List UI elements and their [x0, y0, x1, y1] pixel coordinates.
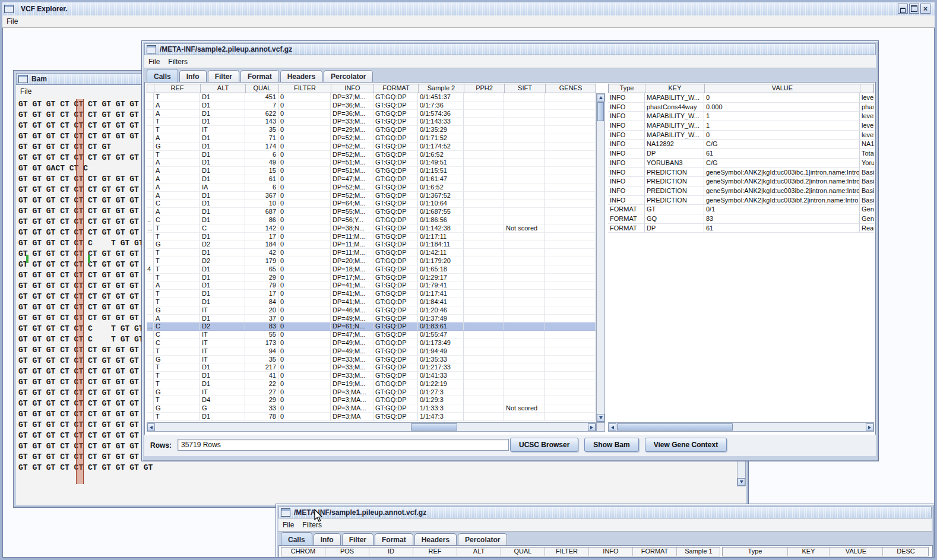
tab[interactable]: Info — [179, 70, 207, 82]
detail-row[interactable]: INFO PREDICTION geneSymbol:ANK2|kgId:uc0… — [608, 186, 874, 196]
table-row[interactable]: A D1 15 0 DP=51;M... GT:GQ:DP 0/1:15:51 — [147, 167, 596, 175]
calls-horizontal-scrollbar[interactable] — [147, 422, 596, 432]
table-row[interactable]: A D1 622 0 DP=36;M... GT:GQ:DP 0/1:574:3… — [147, 110, 596, 118]
table-row[interactable]: G IT 35 0 DP=33;M... GT:GQ:DP 0/1:35:33 — [147, 356, 596, 364]
scroll-down-button[interactable] — [737, 478, 745, 486]
detail-horizontal-scrollbar[interactable] — [608, 422, 874, 432]
table-row[interactable]: T D1 143 0 DP=33;M... GT:GQ:DP 0/1:143:3… — [147, 118, 596, 126]
table-row[interactable]: A D1 71 0 DP=52;M... GT:GQ:DP 0/1:71:52 — [147, 134, 596, 143]
table-row[interactable]: A D1 687 0 DP=55;M... GT:GQ:DP 0/1:687:5… — [147, 208, 596, 216]
action-button[interactable]: UCSC Browser — [510, 438, 578, 452]
table-row[interactable]: ... T C 142 0 DP=38;N... GT:GQ:DP 0/1:14… — [147, 224, 596, 233]
tab[interactable]: Filter — [342, 533, 373, 545]
column-header-sift[interactable]: SIFT — [505, 84, 546, 93]
column-header-desc[interactable]: DESC — [860, 84, 874, 93]
table-row[interactable]: T D1 84 0 DP=41;M... GT:GQ:DP 0/1:84:41 — [147, 298, 596, 306]
table-row[interactable]: C IT 173 0 DP=49;M... GT:GQ:DP 0/1:173:4… — [147, 339, 596, 347]
sample2-frame-titlebar[interactable]: /META-INF/sample2.pileup.annot.vcf.gz — [144, 43, 876, 55]
detail-row[interactable]: INFO YORUBAN3 C/G Yoru — [608, 159, 874, 168]
tab[interactable]: Calls — [281, 532, 312, 545]
sample1-frame-titlebar[interactable]: /META-INF/sample1.pileup.annot.vcf.gz — [278, 507, 932, 518]
column-header-type[interactable]: Type — [609, 84, 645, 93]
table-row[interactable]: T D1 17 0 DP=11;M... GT:GQ:DP 0/1:17:11 — [147, 233, 596, 241]
table-row[interactable]: T D1 29 0 DP=17;M... GT:GQ:DP 0/1:29:17 — [147, 274, 596, 282]
table-row[interactable]: T D1 42 0 DP=11;M... GT:GQ:DP 0/1:42:11 — [147, 249, 596, 257]
detail-row[interactable]: INFO DP 61 Total — [608, 149, 874, 159]
detail-row[interactable]: INFO MAPABILITY_W... 0 level — [608, 93, 874, 103]
scroll-down-button[interactable] — [597, 414, 604, 422]
detail-row[interactable]: INFO PREDICTION geneSymbol:ANK2|kgId:uc0… — [608, 168, 874, 178]
column-header[interactable]: CHROM — [281, 548, 325, 556]
column-header[interactable]: INFO — [589, 548, 633, 556]
table-row[interactable]: A IA 6 0 DP=52;M... GT:GQ:DP 0/1:6:52 — [147, 183, 596, 192]
scrollbar-thumb[interactable] — [411, 423, 457, 431]
tab[interactable]: Format — [240, 70, 279, 82]
table-row[interactable]: G D2 184 0 DP=11;M... GT:GQ:DP 0/1:184:1… — [147, 241, 596, 249]
table-row[interactable]: G G 33 0 DP=3;MA... GT:GQ:DP 1/1:33:3 No… — [147, 404, 596, 413]
scroll-left-button[interactable] — [609, 423, 616, 431]
table-row[interactable]: A D1 49 0 DP=51;M... GT:GQ:DP 0/1:49:51 — [147, 159, 596, 167]
scroll-up-button[interactable] — [597, 94, 604, 102]
table-row[interactable]: T D1 17 0 DP=41;M... GT:GQ:DP 0/1:17:41 — [147, 290, 596, 298]
column-header[interactable]: FORMAT — [633, 548, 677, 556]
detail-row[interactable]: FORMAT GQ 83 Geno — [608, 214, 874, 224]
column-header-desc[interactable]: DESC — [883, 548, 929, 556]
calls-vertical-scrollbar[interactable] — [596, 93, 605, 422]
tab[interactable]: Filter — [208, 70, 239, 82]
table-row[interactable]: G IT 27 0 DP=3;MA... GT:GQ:DP 0/1:27:3 — [147, 388, 596, 397]
table-row[interactable]: T D1 22 0 DP=19;M... GT:GQ:DP 0/1:22:19 — [147, 380, 596, 388]
menu-item[interactable]: File — [278, 520, 298, 530]
table-row[interactable]: A D1 37 0 DP=49;M... GT:GQ:DP 0/1:37:49 — [147, 315, 596, 323]
scrollbar-thumb[interactable] — [617, 423, 733, 431]
detail-row[interactable]: INFO PREDICTION geneSymbol:ANK2|kgId:uc0… — [608, 196, 874, 205]
scroll-left-button[interactable] — [147, 423, 155, 431]
column-header-alt[interactable]: ALT — [201, 84, 246, 93]
detail-row[interactable]: FORMAT DP 61 Read — [608, 224, 874, 233]
menu-item[interactable]: File — [144, 56, 164, 67]
table-row[interactable]: T D1 451 0 DP=37;M... GT:GQ:DP 0/1:451:3… — [147, 93, 596, 102]
action-button[interactable]: Show Bam — [584, 438, 638, 452]
column-header[interactable]: ALT — [457, 548, 501, 556]
close-button[interactable]: × — [920, 4, 930, 14]
action-button[interactable]: View Gene Context — [645, 438, 727, 452]
table-row[interactable]: A D1 79 0 DP=41;M... GT:GQ:DP 0/1:79:41 — [147, 281, 596, 290]
table-row[interactable]: A D1 367 0 DP=52;M... GT:GQ:DP 0/1:367:5… — [147, 192, 596, 200]
table-row[interactable]: T IT 94 0 DP=49;M... GT:GQ:DP 0/1:94:49 — [147, 347, 596, 356]
column-header-key[interactable]: KEY — [645, 84, 705, 93]
column-header[interactable]: POS — [325, 548, 369, 556]
column-header-key[interactable]: KEY — [788, 548, 830, 556]
column-header-value[interactable]: VALUE — [830, 548, 883, 556]
column-header[interactable]: Sample 1 — [677, 548, 720, 556]
tab[interactable]: Percolator — [324, 70, 373, 82]
table-row[interactable]: T D2 179 0 DP=20;M... GT:GQ:DP 0/1:179:2… — [147, 257, 596, 265]
main-window-titlebar[interactable]: VCF Explorer. × — [2, 2, 935, 16]
rows-count-field[interactable]: 35719 Rows — [178, 439, 509, 451]
column-header[interactable]: ID — [369, 548, 413, 556]
column-header[interactable]: REF — [413, 548, 457, 556]
column-header-marker[interactable] — [147, 84, 154, 93]
detail-row[interactable]: FORMAT GT 0/1 Geno — [608, 205, 874, 214]
table-row[interactable]: .. C D1 86 0 DP=56;Y... GT:GQ:DP 0/1:86:… — [147, 216, 596, 224]
table-row[interactable]: A D1 7 0 DP=36;M... GT:GQ:DP 0/1:7:36 — [147, 102, 596, 110]
table-row[interactable]: G IT 20 0 DP=46;M... GT:GQ:DP 0/1:20:46 — [147, 306, 596, 315]
table-row[interactable]: G D1 174 0 DP=52;M... GT:GQ:DP 0/1:174:5… — [147, 143, 596, 151]
column-header-sample2[interactable]: Sample 2 — [419, 84, 464, 93]
scrollbar-thumb[interactable] — [597, 102, 604, 121]
table-row[interactable]: ... C D2 83 0 DP=61;N... GT:GQ:DP 0/1:83… — [147, 322, 596, 331]
scroll-right-button[interactable] — [588, 423, 596, 431]
minimize-button[interactable] — [898, 4, 908, 14]
detail-row[interactable]: INFO PREDICTION geneSymbol:ANK2|kgId:uc0… — [608, 177, 874, 186]
tab[interactable]: Info — [314, 533, 341, 545]
table-row[interactable]: T D1 217 0 DP=33;M... GT:GQ:DP 0/1:217:3… — [147, 363, 596, 372]
menu-file[interactable]: File — [2, 16, 22, 27]
table-row[interactable]: 4 T D1 65 0 DP=18;M... GT:GQ:DP 0/1:65:1… — [147, 265, 596, 274]
maximize-button[interactable] — [909, 4, 919, 14]
column-header-info[interactable]: INFO — [331, 84, 374, 93]
table-row[interactable]: T D1 78 0 DP=3;MA GT:GQ:DP 1/1:47:3 — [147, 413, 596, 421]
table-row[interactable]: T D1 41 0 DP=33;M... GT:GQ:DP 0/1:41:33 — [147, 372, 596, 380]
tab[interactable]: Headers — [414, 533, 457, 545]
detail-row[interactable]: INFO MAPABILITY_W... 1 level — [608, 112, 874, 121]
column-header-ref[interactable]: REF — [154, 84, 201, 93]
column-header-qual[interactable]: QUAL — [246, 84, 279, 93]
menu-file[interactable]: File — [16, 86, 36, 97]
